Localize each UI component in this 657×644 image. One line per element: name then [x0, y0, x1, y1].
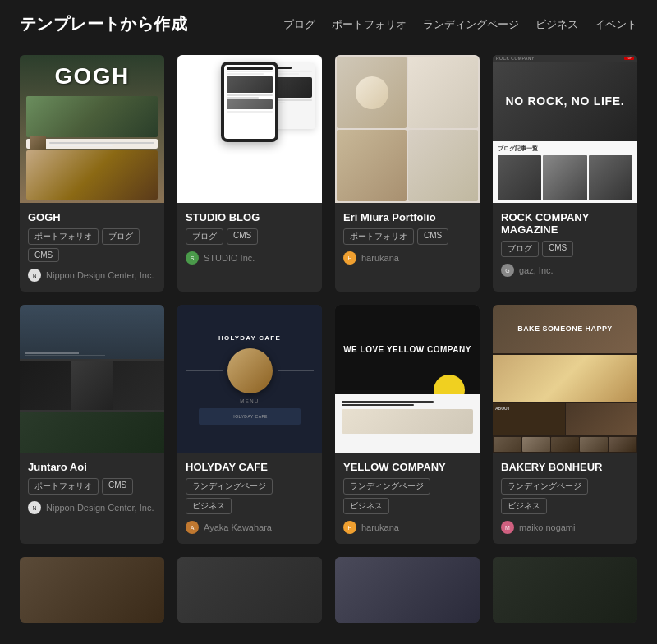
thumbnail-gogh: GOGH — [20, 55, 164, 203]
thumbnail-juntaro — [20, 305, 164, 453]
card-name-eri: Eri Miura Portfolio — [343, 211, 471, 223]
tag-business-cafe: ビジネス — [186, 498, 232, 514]
card-holyday-cafe[interactable]: HOLYDAY CAFE MENU HOLYDAY CAFE HOLYDAY C… — [177, 305, 322, 544]
card-studio-blog[interactable]: STUDIO BLOG ブログ CMS S STUDIO Inc. — [177, 55, 322, 292]
card-tags-yellow: ランディングページ ビジネス — [343, 478, 471, 514]
tag-cms-rock: CMS — [542, 241, 573, 257]
tag-portfolio-eri: ポートフォリオ — [343, 228, 414, 245]
tag-landing-yellow: ランディングページ — [343, 478, 430, 494]
card-partial-4[interactable] — [493, 557, 637, 623]
rock-blog-label: ブログ記事一覧 — [498, 145, 632, 153]
card-name-juntaro: Juntaro Aoi — [28, 461, 156, 473]
tag-portfolio-juntaro: ポートフォリオ — [28, 478, 99, 494]
gogh-title-text: GOGH — [54, 63, 129, 90]
card-info-eri: Eri Miura Portfolio ポートフォリオ CMS H haruka… — [335, 203, 480, 274]
card-tags-eri: ポートフォリオ CMS — [343, 228, 471, 245]
card-tags-bakery: ランディングページ ビジネス — [501, 478, 629, 514]
bakery-title-text: BAKE SOMEONE HAPPY — [517, 324, 613, 334]
studio-phone-screen — [224, 65, 275, 139]
card-juntaro[interactable]: Juntaro Aoi ポートフォリオ CMS N Nippon Design … — [20, 305, 164, 544]
card-yellow-company[interactable]: WE LOVE YELLOW COMPANY YELLOW COMPANY ラン… — [335, 305, 480, 544]
card-info-gogh: GOGH ポートフォリオ ブログ CMS N Nippon Design Cen… — [20, 203, 164, 292]
author-avatar-ayaka: A — [186, 521, 199, 534]
card-name-studio: STUDIO BLOG — [186, 211, 314, 223]
thumbnail-partial-1 — [20, 557, 164, 623]
tag-cms-juntaro: CMS — [102, 478, 133, 494]
card-author-eri: H harukana — [343, 251, 471, 264]
thumbnail-yellow: WE LOVE YELLOW COMPANY — [335, 305, 480, 453]
card-info-yellow: YELLOW COMPANY ランディングページ ビジネス H harukana — [335, 453, 480, 544]
card-author-cafe: A Ayaka Kawahara — [186, 521, 314, 534]
tag-business-yellow: ビジネス — [343, 498, 389, 514]
header: テンプレートから作成 ブログ ポートフォリオ ランディングページ ビジネス イベ… — [0, 0, 657, 48]
tag-landing-cafe: ランディングページ — [186, 478, 273, 494]
thumbnail-studio — [177, 55, 322, 203]
nav-event[interactable]: イベント — [595, 17, 637, 32]
nav-landing[interactable]: ランディングページ — [423, 17, 519, 32]
card-author-gogh: N Nippon Design Center, Inc. — [28, 269, 156, 282]
card-author-yellow: H harukana — [343, 521, 471, 534]
card-info-rock: ROCK COMPANY MAGAZINE ブログ CMS G gaz, Inc… — [493, 203, 637, 287]
tag-cms: CMS — [28, 248, 59, 262]
studio-phone — [221, 62, 278, 142]
card-author-rock: G gaz, Inc. — [501, 264, 629, 277]
thumbnail-eri — [335, 55, 480, 203]
nav-portfolio[interactable]: ポートフォリオ — [332, 17, 407, 32]
card-name-bakery: BAKERY BONHEUR — [501, 461, 629, 473]
nav-blog[interactable]: ブログ — [283, 17, 315, 32]
tag-landing-bakery: ランディングページ — [501, 478, 588, 494]
card-tags-cafe: ランディングページ ビジネス — [186, 478, 314, 514]
author-avatar-studio: S — [186, 251, 199, 264]
card-info-bakery: BAKERY BONHEUR ランディングページ ビジネス M maiko no… — [493, 453, 637, 544]
card-eri-miura[interactable]: Eri Miura Portfolio ポートフォリオ CMS H haruka… — [335, 55, 480, 292]
card-name-gogh: GOGH — [28, 211, 156, 223]
card-partial-3[interactable] — [335, 557, 480, 623]
author-avatar-harukana: H — [343, 251, 356, 264]
cafe-title-text: HOLYDAY CAFE — [218, 334, 281, 343]
author-avatar-nippon2: N — [28, 501, 41, 514]
card-partial-1[interactable] — [20, 557, 164, 623]
template-grid: GOGH GOGH ポートフォリオ ブログ — [0, 48, 657, 642]
nav-business[interactable]: ビジネス — [535, 17, 578, 32]
page-title: テンプレートから作成 — [20, 13, 187, 35]
card-tags-studio: ブログ CMS — [186, 228, 314, 245]
tag-business-bakery: ビジネス — [501, 498, 547, 514]
tag-cms-eri: CMS — [417, 228, 448, 245]
cafe-menu-label: MENU — [240, 398, 260, 403]
card-info-juntaro: Juntaro Aoi ポートフォリオ CMS N Nippon Design … — [20, 453, 164, 524]
yellow-headline: WE LOVE YELLOW COMPANY — [343, 344, 471, 356]
card-tags-gogh: ポートフォリオ ブログ CMS — [28, 228, 156, 262]
card-info-studio: STUDIO BLOG ブログ CMS S STUDIO Inc. — [177, 203, 322, 274]
rock-headline: NO ROCK, NO LIFE. — [506, 94, 625, 108]
card-tags-rock: ブログ CMS — [501, 241, 629, 257]
card-bakery[interactable]: BAKE SOMEONE HAPPY ABOUT — [493, 305, 637, 544]
card-rock-company[interactable]: ROCK COMPANY TOP NO ROCK, NO LIFE. ブログ記事… — [493, 55, 637, 292]
thumbnail-partial-2 — [177, 557, 322, 623]
thumbnail-rock: ROCK COMPANY TOP NO ROCK, NO LIFE. ブログ記事… — [493, 55, 637, 203]
tag-blog: ブログ — [102, 228, 140, 245]
nav-menu: ブログ ポートフォリオ ランディングページ ビジネス イベント — [283, 17, 637, 32]
card-author-juntaro: N Nippon Design Center, Inc. — [28, 501, 156, 514]
card-name-rock: ROCK COMPANY MAGAZINE — [501, 211, 629, 236]
tag-portfolio: ポートフォリオ — [28, 228, 99, 245]
author-avatar-nippon: N — [28, 269, 41, 282]
thumbnail-partial-3 — [335, 557, 480, 623]
author-avatar-maiko: M — [501, 521, 514, 534]
card-partial-2[interactable] — [177, 557, 322, 623]
thumbnail-bakery: BAKE SOMEONE HAPPY ABOUT — [493, 305, 637, 453]
card-tags-juntaro: ポートフォリオ CMS — [28, 478, 156, 494]
thumbnail-partial-4 — [493, 557, 637, 623]
author-avatar-gaz: G — [501, 264, 514, 277]
tag-blog-rock: ブログ — [501, 241, 539, 257]
card-info-cafe: HOLYDAY CAFE ランディングページ ビジネス A Ayaka Kawa… — [177, 453, 322, 544]
thumbnail-cafe: HOLYDAY CAFE MENU HOLYDAY CAFE — [177, 305, 322, 453]
card-gogh[interactable]: GOGH GOGH ポートフォリオ ブログ — [20, 55, 164, 292]
card-author-bakery: M maiko nogami — [501, 521, 629, 534]
card-author-studio: S STUDIO Inc. — [186, 251, 314, 264]
tag-blog-studio: ブログ — [186, 228, 223, 245]
card-name-cafe: HOLYDAY CAFE — [186, 461, 314, 473]
tag-cms-studio: CMS — [227, 228, 258, 245]
author-avatar-harukana2: H — [343, 521, 356, 534]
card-name-yellow: YELLOW COMPANY — [343, 461, 471, 473]
